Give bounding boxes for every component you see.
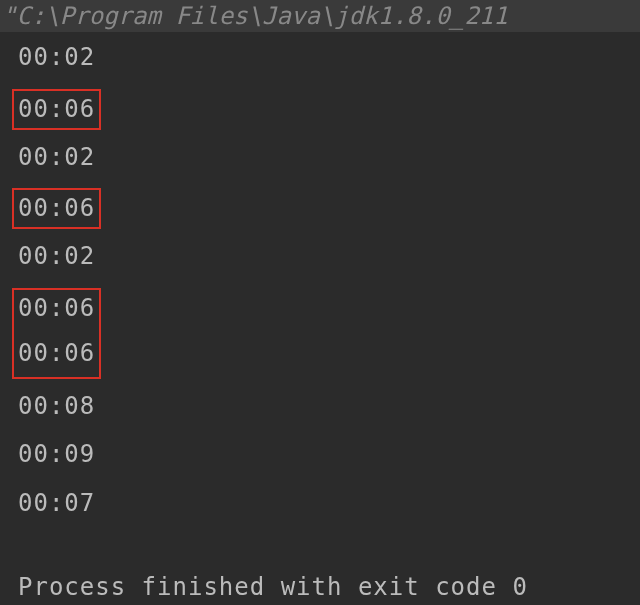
console-output-line-highlighted: 00:06: [18, 336, 95, 371]
console-output-line: 00:08: [18, 389, 95, 424]
console-output-line: 00:02: [18, 140, 95, 175]
console-output-line-highlighted: 00:06: [12, 188, 101, 229]
process-status-line: Process finished with exit code 0: [18, 573, 640, 601]
console-output-line-highlighted: 00:06: [12, 89, 101, 130]
command-path-line: "C:\Program Files\Java\jdk1.8.0_211: [0, 0, 640, 32]
console-output-line: 00:02: [18, 239, 95, 274]
console-output-line: 00:07: [18, 486, 95, 521]
console-output-line: 00:02: [18, 40, 95, 75]
console-output-highlighted-group: 00:06 00:06: [12, 288, 101, 379]
command-path-text: "C:\Program Files\Java\jdk1.8.0_211: [2, 2, 508, 30]
process-status-text: Process finished with exit code 0: [18, 573, 528, 601]
console-output-line-highlighted: 00:06: [18, 291, 95, 326]
console-output-line: 00:09: [18, 437, 95, 472]
